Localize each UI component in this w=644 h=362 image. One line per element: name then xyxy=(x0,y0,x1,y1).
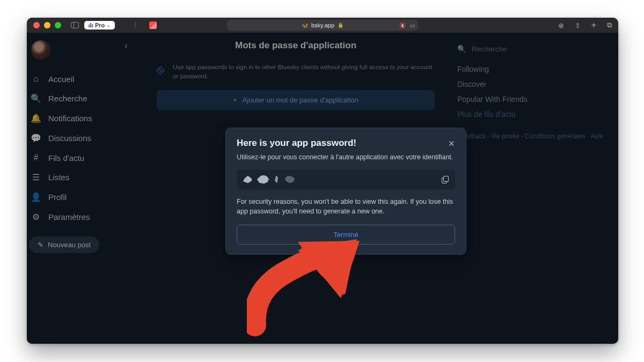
modal-subtitle: Utilisez-le pour vous connecter à l'autr… xyxy=(237,153,455,162)
copy-button[interactable] xyxy=(442,176,449,183)
titlebar: Pro ⌄ 〈 🦋 bsky.app 🔒 🔇 ▭ ⊕ ⇧ ⧉ xyxy=(27,18,618,33)
password-glyph-icon xyxy=(274,176,280,183)
password-display xyxy=(237,170,455,189)
password-glyph-icon xyxy=(285,176,295,183)
password-glyph-icon xyxy=(243,176,252,183)
new-tab-button[interactable] xyxy=(591,20,596,30)
url-text: bsky.app xyxy=(311,22,334,28)
chevron-down-icon: ⌄ xyxy=(107,23,111,28)
download-icon[interactable]: ⊕ xyxy=(558,21,564,29)
tabs-overview-icon[interactable]: ⧉ xyxy=(607,21,612,29)
maximize-window-button[interactable] xyxy=(55,22,61,28)
done-button[interactable]: Terminé xyxy=(237,225,455,245)
app-password-modal: Here is your app password! ✕ Utilisez-le… xyxy=(225,128,466,255)
password-obscured xyxy=(243,175,295,184)
close-icon[interactable]: ✕ xyxy=(448,139,455,149)
page-content: ⌂ Accueil 🔍 Recherche 🔔 Notifications 💬 … xyxy=(27,33,618,344)
traffic-lights xyxy=(33,22,61,28)
modal-warning: For security reasons, you won't be able … xyxy=(237,197,455,216)
password-glyph-icon xyxy=(257,175,269,184)
browser-window: Pro ⌄ 〈 🦋 bsky.app 🔒 🔇 ▭ ⊕ ⇧ ⧉ xyxy=(27,18,618,344)
app-icon[interactable] xyxy=(149,21,157,29)
bluesky-icon: 🦋 xyxy=(302,23,308,28)
modal-title: Here is your app password! xyxy=(237,138,356,149)
sidebar-toggle-icon[interactable] xyxy=(71,22,79,28)
lock-icon: 🔒 xyxy=(338,23,343,28)
audio-icon[interactable]: 🔇 xyxy=(399,23,406,28)
nav-back-button[interactable]: 〈 xyxy=(130,20,137,30)
bars-icon xyxy=(89,23,93,27)
pro-label: Pro xyxy=(95,22,105,28)
share-icon[interactable]: ⇧ xyxy=(575,21,581,29)
pro-badge[interactable]: Pro ⌄ xyxy=(84,21,115,29)
reader-icon[interactable]: ▭ xyxy=(410,23,415,28)
url-bar[interactable]: 🦋 bsky.app 🔒 🔇 ▭ xyxy=(227,20,418,31)
minimize-window-button[interactable] xyxy=(44,22,50,28)
close-window-button[interactable] xyxy=(33,22,40,28)
